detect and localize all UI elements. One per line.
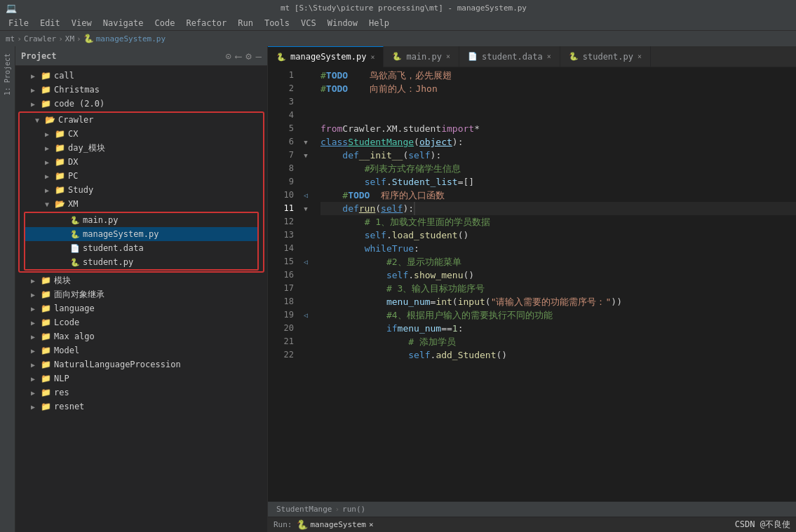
label-managesystem: manageSystem.py	[83, 229, 158, 239]
folder-icon-christmas: 📁	[41, 85, 51, 95]
arrow-language: ▶	[31, 305, 41, 313]
tree-item-model[interactable]: ▶ 📁 Model	[15, 343, 267, 357]
breadcrumb-xm[interactable]: XM	[65, 34, 74, 43]
tree-item-res[interactable]: ▶ 📁 res	[15, 386, 267, 400]
menu-view[interactable]: View	[66, 17, 97, 29]
gutter-5	[299, 122, 312, 135]
tree-item-resnet[interactable]: ▶ 📁 resnet	[15, 400, 267, 414]
code-line-12: # 1、加载文件里面的学员数据	[321, 215, 796, 229]
tree-item-studentdata[interactable]: 📄 student.data	[25, 241, 257, 255]
arrow-res: ▶	[31, 389, 41, 397]
tab-icon-studentpy: 🐍	[569, 52, 579, 61]
line-num-14: 14	[268, 242, 294, 255]
locate-icon[interactable]: ⊙	[225, 50, 231, 62]
breadcrumb-mt[interactable]: mt	[6, 34, 15, 43]
label-model: Model	[54, 346, 79, 355]
tree-item-studentpy[interactable]: 🐍 student.py	[25, 255, 257, 269]
tab-close-studentdata[interactable]: ×	[547, 53, 551, 60]
arrow-dx: ▶	[45, 158, 55, 166]
label-studentpy: student.py	[83, 257, 133, 267]
tree-item-maxalgo[interactable]: ▶ 📁 Max algo	[15, 329, 267, 343]
label-study: Study	[68, 185, 93, 195]
code-content[interactable]: # TODO 鸟欲高飞，必先展翅 # TODO 向前的人：Jhon from C…	[312, 67, 796, 501]
code-line-4	[321, 109, 796, 122]
marker-19: ◁	[304, 311, 308, 319]
fold-arrow-7[interactable]: ▼	[304, 152, 307, 159]
menu-tools[interactable]: Tools	[259, 17, 295, 29]
label-resnet: resnet	[54, 402, 84, 411]
tree-item-code[interactable]: ▶ 📁 code (2.0)	[15, 97, 267, 111]
label-xm: XM	[68, 199, 78, 209]
fold-arrow-6[interactable]: ▼	[304, 139, 307, 146]
folder-icon-oop: 📁	[41, 289, 51, 299]
tab-studentpy[interactable]: 🐍 student.py ×	[560, 46, 651, 67]
tree-item-lcode[interactable]: ▶ 📁 Lcode	[15, 315, 267, 329]
folder-icon-maxalgo: 📁	[41, 332, 51, 341]
breadcrumb-file[interactable]: 🐍 manageSystem.py	[83, 34, 166, 43]
arrow-study: ▶	[45, 186, 55, 194]
tab-icon-studentdata: 📄	[468, 52, 478, 61]
menu-vcs[interactable]: VCS	[295, 17, 322, 29]
close-panel-icon[interactable]: —	[256, 50, 262, 62]
tab-close-studentpy[interactable]: ×	[638, 53, 642, 60]
menu-navigate[interactable]: Navigate	[97, 17, 149, 29]
menu-file[interactable]: File	[3, 17, 34, 29]
collapse-icon[interactable]: ⟵	[236, 50, 241, 62]
folder-icon-study: 📁	[55, 185, 65, 195]
tree-item-dx[interactable]: ▶ 📁 DX	[20, 155, 263, 169]
menu-edit[interactable]: Edit	[34, 17, 66, 29]
title-bar-left: 💻	[6, 3, 17, 13]
tree-item-christmas[interactable]: ▶ 📁 Christmas	[15, 83, 267, 97]
menu-window[interactable]: Window	[322, 17, 363, 29]
code-line-15: #2、显示功能菜单	[321, 255, 796, 268]
settings-icon[interactable]: ⚙	[245, 50, 251, 62]
line-num-21: 21	[268, 335, 294, 348]
project-title: Project	[21, 51, 57, 61]
breadcrumb-crawler[interactable]: Crawler	[24, 34, 56, 43]
tree-item-day-module[interactable]: ▶ 📁 day_模块	[20, 141, 263, 155]
tab-managesystem[interactable]: 🐍 manageSystem.py ×	[268, 46, 384, 67]
label-call: call	[54, 71, 74, 81]
tab-close-mainpy[interactable]: ×	[446, 53, 450, 60]
tree-item-nlp-proc[interactable]: ▶ 📁 NaturalLanguageProcession	[15, 357, 267, 371]
tree-item-call[interactable]: ▶ 📁 call	[15, 69, 267, 83]
tree-item-study[interactable]: ▶ 📁 Study	[20, 183, 263, 197]
tree-item-managesystem[interactable]: 🐍 manageSystem.py	[25, 227, 257, 241]
tree-item-cx[interactable]: ▶ 📁 CX	[20, 127, 263, 141]
fold-arrow-11[interactable]: ▼	[304, 205, 307, 212]
status-breadcrumb: StudentMange › run()	[268, 501, 796, 517]
tree-item-nlp[interactable]: ▶ 📁 NLP	[15, 371, 267, 386]
menu-run[interactable]: Run	[232, 17, 259, 29]
menu-refactor[interactable]: Refactor	[180, 17, 232, 29]
arrow-lcode: ▶	[31, 319, 41, 327]
tab-close-managesystem[interactable]: ×	[370, 53, 375, 61]
line-num-5: 5	[268, 122, 294, 135]
tree-item-language[interactable]: ▶ 📁 language	[15, 301, 267, 315]
folder-icon-model: 📁	[41, 346, 51, 355]
crawler-red-border: ▼ 📂 Crawler ▶ 📁 CX ▶ 📁 day_模块	[18, 111, 264, 273]
tree-item-module[interactable]: ▶ 📁 模块	[15, 273, 267, 287]
project-side-tab[interactable]: 1: Project	[4, 49, 11, 100]
label-nlp: NLP	[54, 374, 69, 383]
tab-icon-managesystem: 🐍	[276, 53, 286, 62]
code-editor[interactable]: 1 2 3 4 5 6 7 8 9 10 11 12 13 14 15 16 1…	[268, 67, 796, 501]
run-close[interactable]: ×	[369, 520, 374, 529]
label-day-module: day_模块	[68, 142, 105, 154]
run-tab[interactable]: 🐍 manageSystem ×	[297, 519, 374, 530]
menu-code[interactable]: Code	[149, 17, 181, 29]
code-line-19: #4、根据用户输入的需要执行不同的功能	[321, 308, 796, 322]
tab-mainpy[interactable]: 🐍 main.py ×	[384, 46, 459, 67]
tab-studentdata[interactable]: 📄 student.data ×	[459, 46, 560, 67]
tab-label-studentdata: student.data	[482, 52, 543, 62]
gutter-6: ▼	[299, 135, 312, 149]
python-icon: 🐍	[297, 519, 308, 530]
app-icon: 💻	[6, 3, 17, 13]
tree-item-oop[interactable]: ▶ 📁 面向对象继承	[15, 287, 267, 301]
tree-item-crawler[interactable]: ▼ 📂 Crawler	[20, 113, 263, 127]
menu-help[interactable]: Help	[363, 17, 395, 29]
tree-item-xm[interactable]: ▼ 📂 XM	[20, 197, 263, 211]
tree-item-pc[interactable]: ▶ 📁 PC	[20, 169, 263, 183]
tree-item-mainpy[interactable]: 🐍 main.py	[25, 213, 257, 227]
folder-icon-nlp-proc: 📁	[41, 360, 51, 369]
code-line-2: # TODO 向前的人：Jhon	[321, 82, 796, 95]
